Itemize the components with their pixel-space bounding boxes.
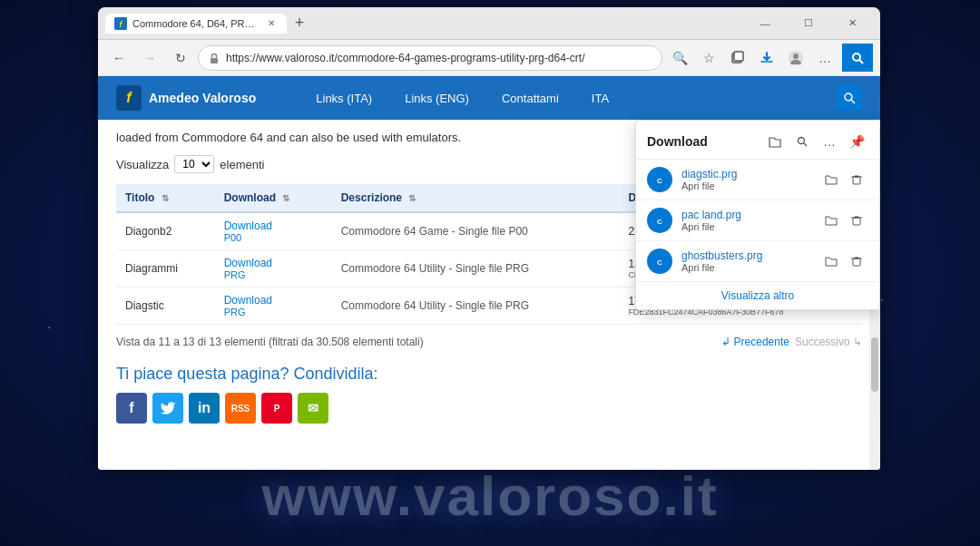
download-panel-header: Download … 📌 <box>636 121 879 160</box>
download-items-list: C diagstic.prg Apri file C pac land.prg … <box>636 160 879 282</box>
maximize-button[interactable]: ☐ <box>788 11 829 36</box>
forward-button[interactable]: → <box>136 44 163 72</box>
collections-icon[interactable] <box>724 44 751 72</box>
download-item-info: ghostbusters.prg Apri file <box>681 249 810 273</box>
download-panel-title: Download <box>647 134 708 149</box>
next-page-link: Successivo ↳ <box>795 336 862 348</box>
svg-text:C: C <box>657 258 662 267</box>
pagination-row: Vista da 11 a 13 di 13 elementi (filtrat… <box>116 325 862 356</box>
open-folder-button-1[interactable] <box>819 209 843 232</box>
download-sub-link-0[interactable]: P00 <box>224 232 323 243</box>
new-tab-button[interactable]: + <box>287 11 312 36</box>
rss-button[interactable]: RSS <box>225 393 256 424</box>
tab-close-button[interactable]: ✕ <box>265 17 278 30</box>
download-link-2[interactable]: Download <box>224 294 323 307</box>
download-link-1[interactable]: Download <box>224 257 323 269</box>
search-icon[interactable]: 🔍 <box>666 44 693 72</box>
visualizza-label: Visualizza <box>116 158 169 171</box>
nav-link-contact[interactable]: Contattami <box>487 84 573 112</box>
svg-rect-15 <box>853 177 860 184</box>
svg-text:C: C <box>657 177 662 185</box>
open-downloads-folder-button[interactable] <box>763 130 787 153</box>
svg-text:C: C <box>657 218 662 226</box>
svg-point-7 <box>853 54 860 61</box>
download-item-name: ghostbusters.prg <box>681 249 810 262</box>
download-button[interactable] <box>753 44 780 72</box>
view-more-link[interactable]: Visualizza altro <box>636 282 879 309</box>
email-button[interactable]: ✉ <box>298 393 328 424</box>
download-sub-link-2[interactable]: PRG <box>224 307 323 317</box>
cell-download: Download P00 <box>215 212 332 250</box>
download-item-open-label: Apri file <box>681 262 810 273</box>
site-search-button[interactable] <box>842 44 873 72</box>
url-text: https://www.valoroso.it/commodore-64-gam… <box>226 52 652 64</box>
delete-download-button-0[interactable] <box>845 168 868 191</box>
twitter-button[interactable] <box>152 393 183 424</box>
download-item-name: pac land.prg <box>681 209 810 221</box>
download-item-actions <box>819 209 868 232</box>
download-item-actions <box>819 168 868 191</box>
delete-download-button-1[interactable] <box>845 209 868 232</box>
profile-icon[interactable] <box>782 44 809 72</box>
active-tab[interactable]: f Commodore 64, D64, PRG, P00... ✕ <box>105 14 287 34</box>
nav-search-button[interactable] <box>837 85 862 111</box>
download-item-icon: C <box>647 167 672 192</box>
site-logo[interactable]: f Amedeo Valoroso <box>116 85 256 111</box>
svg-line-8 <box>859 60 863 63</box>
close-button[interactable]: ✕ <box>831 11 873 36</box>
open-folder-button-0[interactable] <box>819 168 843 191</box>
tab-favicon: f <box>114 17 127 30</box>
more-downloads-button[interactable]: … <box>818 130 841 153</box>
open-folder-button-2[interactable] <box>819 249 843 273</box>
download-item[interactable]: C pac land.prg Apri file <box>636 200 879 241</box>
refresh-button[interactable]: ↻ <box>167 44 194 72</box>
lock-icon <box>208 52 220 64</box>
tab-bar: f Commodore 64, D64, PRG, P00... ✕ + <box>105 11 744 36</box>
col-titolo[interactable]: Titolo ⇅ <box>116 184 215 212</box>
title-bar: f Commodore 64, D64, PRG, P00... ✕ + — ☐… <box>98 7 880 40</box>
facebook-button[interactable]: f <box>116 393 147 424</box>
social-icons: f in RSS P ✉ <box>116 393 862 424</box>
download-item-open-label: Apri file <box>681 221 810 232</box>
url-bar[interactable]: https://www.valoroso.it/commodore-64-gam… <box>198 45 662 71</box>
svg-line-12 <box>804 143 808 147</box>
minimize-button[interactable]: — <box>744 11 786 36</box>
col-descrizione[interactable]: Descrizione ⇅ <box>332 184 620 212</box>
svg-rect-18 <box>853 218 860 225</box>
tab-label: Commodore 64, D64, PRG, P00... <box>132 18 260 29</box>
menu-icon[interactable]: … <box>811 44 838 72</box>
address-bar: ← → ↻ https://www.valoroso.it/commodore-… <box>98 40 880 76</box>
download-item-info: pac land.prg Apri file <box>681 209 810 232</box>
toolbar-icons: 🔍 ☆ … <box>666 44 838 72</box>
prev-page-link[interactable]: ↲ Precedente <box>721 336 789 348</box>
download-item-info: diagstic.prg Apri file <box>681 168 810 191</box>
pin-downloads-button[interactable]: 📌 <box>845 130 868 153</box>
download-item[interactable]: C ghostbusters.prg Apri file <box>636 241 879 282</box>
back-button[interactable]: ← <box>105 44 132 72</box>
nav-link-eng[interactable]: Links (ENG) <box>390 84 484 112</box>
download-panel: Download … 📌 C diagstic.prg <box>635 120 880 310</box>
svg-point-11 <box>799 138 805 144</box>
scroll-thumb[interactable] <box>871 337 878 392</box>
download-item-open-label: Apri file <box>681 180 810 191</box>
browser-window: f Commodore 64, D64, PRG, P00... ✕ + — ☐… <box>98 7 880 470</box>
linkedin-button[interactable]: in <box>189 393 220 424</box>
col-download[interactable]: Download ⇅ <box>215 184 332 212</box>
nav-link-ita[interactable]: Links (ITA) <box>301 84 387 112</box>
favorites-icon[interactable]: ☆ <box>695 44 722 72</box>
nav-link-lang[interactable]: ITA <box>577 84 623 112</box>
cell-title: Diagrammi <box>116 250 215 288</box>
svg-point-6 <box>793 54 799 59</box>
download-link-0[interactable]: Download <box>224 219 323 232</box>
search-downloads-button[interactable] <box>790 130 814 153</box>
nav-links: Links (ITA) Links (ENG) Contattami ITA <box>301 84 623 112</box>
download-item-name: diagstic.prg <box>681 168 810 180</box>
download-item[interactable]: C diagstic.prg Apri file <box>636 160 879 200</box>
delete-download-button-2[interactable] <box>845 249 868 273</box>
logo-icon: f <box>116 85 142 111</box>
svg-point-9 <box>845 93 852 101</box>
cell-title: Diagonb2 <box>116 212 215 250</box>
download-sub-link-1[interactable]: PRG <box>224 269 323 280</box>
entries-select[interactable]: 10 25 50 <box>174 155 214 173</box>
pinterest-button[interactable]: P <box>261 393 292 424</box>
